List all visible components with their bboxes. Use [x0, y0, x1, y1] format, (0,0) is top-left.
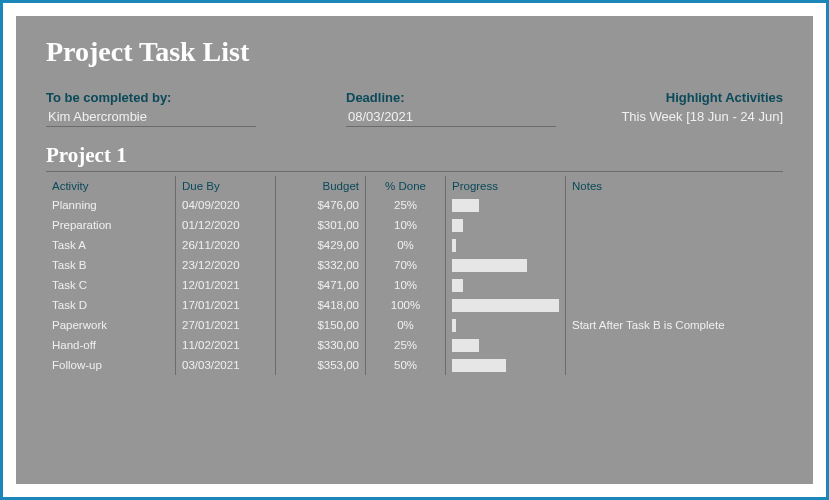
cell-pct-done: 10%	[366, 215, 446, 235]
col-due-by: Due By	[176, 176, 276, 195]
cell-notes	[566, 195, 783, 215]
cell-activity: Preparation	[46, 215, 176, 235]
cell-progress	[446, 195, 566, 215]
highlight-block: Highlight Activities This Week [18 Jun -…	[566, 90, 783, 127]
cell-notes	[566, 335, 783, 355]
cell-due-by: 17/01/2021	[176, 295, 276, 315]
cell-pct-done: 50%	[366, 355, 446, 375]
completed-by-value[interactable]: Kim Abercrombie	[46, 109, 256, 127]
cell-due-by: 12/01/2021	[176, 275, 276, 295]
cell-activity: Paperwork	[46, 315, 176, 335]
deadline-label: Deadline:	[346, 90, 566, 105]
cell-pct-done: 70%	[366, 255, 446, 275]
highlight-label: Highlight Activities	[666, 90, 783, 105]
progress-bar	[452, 239, 456, 252]
project-heading: Project 1	[46, 143, 783, 172]
progress-bar	[452, 339, 479, 352]
cell-budget: $353,00	[276, 355, 366, 375]
page-title: Project Task List	[46, 36, 783, 68]
cell-due-by: 27/01/2021	[176, 315, 276, 335]
cell-progress	[446, 355, 566, 375]
cell-notes	[566, 255, 783, 275]
col-notes: Notes	[566, 176, 783, 195]
cell-progress	[446, 335, 566, 355]
progress-bar	[452, 219, 463, 232]
progress-bar	[452, 359, 506, 372]
cell-budget: $418,00	[276, 295, 366, 315]
cell-notes	[566, 215, 783, 235]
document-sheet: Project Task List To be completed by: Ki…	[16, 16, 813, 484]
cell-pct-done: 10%	[366, 275, 446, 295]
cell-notes	[566, 235, 783, 255]
cell-budget: $476,00	[276, 195, 366, 215]
completed-by-block: To be completed by: Kim Abercrombie	[46, 90, 346, 127]
cell-activity: Planning	[46, 195, 176, 215]
highlight-value[interactable]: This Week [18 Jun - 24 Jun]	[619, 109, 783, 126]
task-table: Activity Due By Budget % Done Progress N…	[46, 176, 783, 375]
cell-activity: Task A	[46, 235, 176, 255]
cell-progress	[446, 275, 566, 295]
deadline-block: Deadline: 08/03/2021	[346, 90, 566, 127]
cell-activity: Follow-up	[46, 355, 176, 375]
cell-budget: $301,00	[276, 215, 366, 235]
cell-notes	[566, 355, 783, 375]
cell-activity: Hand-off	[46, 335, 176, 355]
cell-progress	[446, 315, 566, 335]
headline-row: To be completed by: Kim Abercrombie Dead…	[46, 90, 783, 127]
cell-notes	[566, 295, 783, 315]
cell-notes: Start After Task B is Complete	[566, 315, 783, 335]
cell-pct-done: 0%	[366, 235, 446, 255]
cell-budget: $330,00	[276, 335, 366, 355]
cell-notes	[566, 275, 783, 295]
cell-due-by: 23/12/2020	[176, 255, 276, 275]
cell-progress	[446, 255, 566, 275]
col-budget: Budget	[276, 176, 366, 195]
cell-pct-done: 25%	[366, 335, 446, 355]
progress-bar	[452, 279, 463, 292]
cell-due-by: 26/11/2020	[176, 235, 276, 255]
cell-due-by: 04/09/2020	[176, 195, 276, 215]
cell-activity: Task C	[46, 275, 176, 295]
window-frame: Project Task List To be completed by: Ki…	[0, 0, 829, 500]
cell-budget: $150,00	[276, 315, 366, 335]
completed-by-label: To be completed by:	[46, 90, 346, 105]
cell-progress	[446, 295, 566, 315]
cell-due-by: 03/03/2021	[176, 355, 276, 375]
cell-due-by: 01/12/2020	[176, 215, 276, 235]
cell-activity: Task B	[46, 255, 176, 275]
col-activity: Activity	[46, 176, 176, 195]
cell-due-by: 11/02/2021	[176, 335, 276, 355]
deadline-value[interactable]: 08/03/2021	[346, 109, 556, 127]
progress-bar	[452, 199, 479, 212]
col-pct-done: % Done	[366, 176, 446, 195]
cell-budget: $429,00	[276, 235, 366, 255]
col-progress: Progress	[446, 176, 566, 195]
progress-bar	[452, 299, 559, 312]
cell-progress	[446, 235, 566, 255]
cell-budget: $471,00	[276, 275, 366, 295]
cell-pct-done: 0%	[366, 315, 446, 335]
progress-bar	[452, 259, 527, 272]
cell-budget: $332,00	[276, 255, 366, 275]
cell-activity: Task D	[46, 295, 176, 315]
cell-pct-done: 100%	[366, 295, 446, 315]
progress-bar	[452, 319, 456, 332]
cell-progress	[446, 215, 566, 235]
cell-pct-done: 25%	[366, 195, 446, 215]
